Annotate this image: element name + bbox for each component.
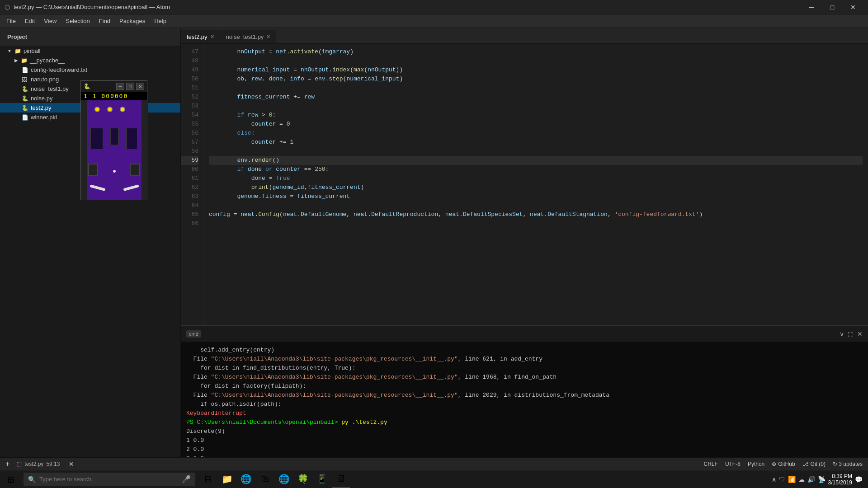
microphone-icon[interactable]: 🎤 [182,475,191,483]
term-line-2: File "C:\Users\niall\Anaconda3\lib\site-… [186,355,863,364]
block-ll [88,164,98,176]
updates-indicator[interactable]: ↻ 3 updates [833,461,863,467]
menu-bar: File Edit View Selection Find Packages H… [0,14,868,28]
flipper-right [123,184,139,191]
main-layout: Project ▼ 📁 pinball ▶ 📁 __pycache__ 📄 co… [0,28,868,470]
minimize-button[interactable]: ─ [801,0,822,14]
pinball-close[interactable]: ✕ [136,83,144,90]
folder-icon: 📁 [14,48,21,54]
speaker-icon[interactable]: 🔊 [807,476,815,483]
taskbar-app-explorer[interactable]: 📁 [218,470,236,488]
term-line-1: self.add_entry(entry) [186,346,863,355]
tab-line-col: 59:13 [46,461,60,467]
code-line-66 [209,219,863,228]
window-title: test2.py — C:\Users\niall\Documents\open… [14,4,170,10]
system-tray: ∧ 🛡 📶 ☁ 🔊 📡 [772,476,826,483]
pinball-window[interactable]: 🐍 ─ □ ✕ 1 1 000000 [80,80,147,200]
taskbar-app-edge[interactable]: 🌐 [237,470,255,488]
menu-edit[interactable]: Edit [20,16,39,26]
action-center-icon[interactable]: 💬 [855,476,863,483]
antivirus-icon[interactable]: 🛡 [779,476,785,483]
taskbar-app-taskview[interactable]: ⊟ [199,470,217,488]
code-line-61: done = True [209,174,863,183]
menu-help[interactable]: Help [150,16,171,26]
taskbar-app-5[interactable]: 📱 [313,470,331,488]
code-line-48 [209,56,863,66]
code-line-52: fitness_current += rew [209,93,863,102]
network-icon[interactable]: 📶 [788,476,796,483]
language-indicator[interactable]: Python [748,461,764,467]
term-line-10: Discrete(9) [186,427,863,436]
tray-chevron[interactable]: ∧ [772,476,776,483]
term-line-11: 1 0.0 [186,436,863,445]
code-line-51 [209,84,863,93]
taskbar-app-chrome[interactable]: 🌐 [275,470,293,488]
term-line-6: File "C:\Users\niall\Anaconda3\lib\site-… [186,391,863,400]
app-icon: ⬡ [5,4,10,11]
github-icon: ⊛ [772,461,776,467]
menu-packages[interactable]: Packages [115,16,150,26]
terminal-badge: cmd [186,330,201,338]
maximize-button[interactable]: □ [822,0,843,14]
terminal-content[interactable]: self.add_entry(entry) File "C:\Users\nia… [181,342,868,470]
tab-close-noise[interactable]: ✕ [266,34,270,40]
menu-find[interactable]: Find [94,16,115,26]
right-wall [142,100,148,200]
menu-view[interactable]: View [39,16,61,26]
bottom-tabs: + ⬚ test2.py 59:13 ✕ CRLF UTF-8 Python ⊛… [0,457,868,470]
add-terminal-button[interactable]: + [5,460,9,468]
search-icon: 🔍 [28,476,36,483]
term-line-5: for dist in factory(fullpath): [186,382,863,391]
wifi-icon[interactable]: 📡 [818,476,826,483]
onedrive-icon[interactable]: ☁ [798,476,805,483]
tab-bar: test2.py ✕ noise_test1.py ✕ [181,28,868,44]
terminal-close[interactable]: ✕ [857,330,863,338]
tab-noise-test1[interactable]: noise_test1.py ✕ [220,30,277,43]
date-display: 3/15/2019 [828,479,852,486]
github-indicator[interactable]: ⊛ GitHub [772,461,795,467]
code-line-47: nnOutput = net.activate(imgarray) [209,47,863,56]
start-button[interactable]: ⊞ [0,470,22,488]
encoding-indicator[interactable]: UTF-8 [725,461,741,467]
terminal: cmd ∨ ⬚ ✕ self.add_entry(entry) File "C:… [181,325,868,470]
file-icon: 📄 [22,114,28,121]
code-line-63: genome.fitness = fitness_current [209,192,863,201]
updates-icon: ↻ [833,461,837,467]
pinball-game-area [81,100,148,200]
taskbar-app-4[interactable]: 🍀 [294,470,312,488]
bottom-tab-terminal[interactable]: ⬚ test2.py 59:13 [17,461,60,467]
image-icon: 🖼 [22,76,28,83]
sidebar-item-pycache[interactable]: ▶ 📁 __pycache__ [0,56,180,65]
menu-file[interactable]: File [2,16,20,26]
taskbar-app-store[interactable]: 🛍 [256,470,274,488]
code-content[interactable]: nnOutput = net.activate(imgarray) numeri… [203,44,868,325]
code-line-55: counter = 0 [209,120,863,129]
pinball-maximize[interactable]: □ [126,83,134,90]
sidebar-item-pinball[interactable]: ▼ 📁 pinball [0,46,180,56]
terminal-expand[interactable]: ⬚ [848,330,854,338]
taskbar-app-cmd[interactable]: 🖥 [332,470,350,488]
bumper-3 [120,107,125,112]
menu-selection[interactable]: Selection [61,16,94,26]
py-icon: 🐍 [22,86,28,92]
taskbar-search[interactable]: 🔍 🎤 [24,473,195,486]
clock[interactable]: 8:39 PM 3/15/2019 [828,473,852,486]
close-terminal-button[interactable]: ✕ [69,460,74,468]
pinball-minimize[interactable]: ─ [116,83,124,90]
terminal-chevron-down[interactable]: ∨ [840,330,844,338]
tab-close-test2[interactable]: ✕ [210,34,214,40]
close-button[interactable]: ✕ [843,0,863,14]
git-icon: ⎇ [802,461,809,467]
file-icon: 📄 [22,67,28,73]
terminal-controls: ∨ ⬚ ✕ [840,330,863,338]
tab-test2[interactable]: test2.py ✕ [181,30,220,43]
code-line-59: env.render() [209,156,863,165]
search-input[interactable] [39,476,178,483]
sidebar-item-config[interactable]: 📄 config-feedforward.txt [0,65,180,75]
pinball-title-bar: 🐍 ─ □ ✕ [81,81,147,92]
obstacle-left [90,127,104,150]
folder-icon: 📁 [21,57,27,64]
git-indicator[interactable]: ⎇ Git (0) [802,461,826,467]
chevron-down-icon: ▼ [7,48,12,53]
crlf-indicator[interactable]: CRLF [704,461,718,467]
